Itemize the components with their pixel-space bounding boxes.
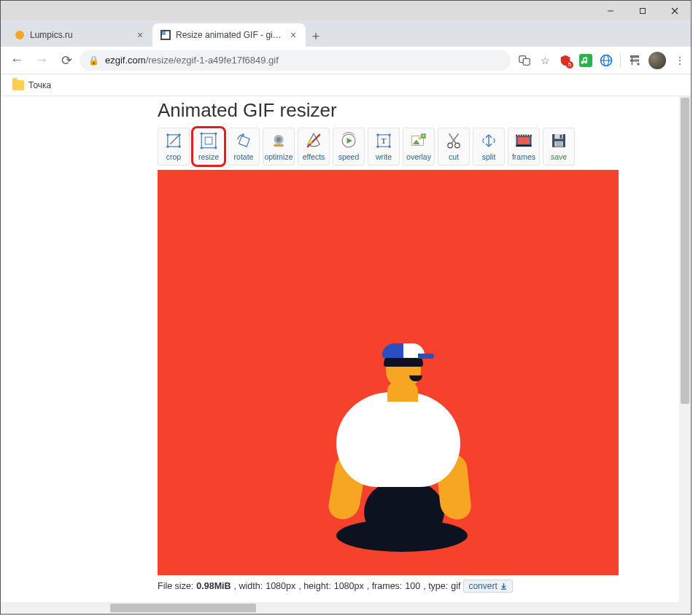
extension-music-icon[interactable] [579,54,592,67]
tab-strip: Lumpics.ru × Resize animated GIF - gif-m… [1,20,691,47]
url-input[interactable]: 🔒 ezgif.com/resize/ezgif-1-a49fe17f6849.… [80,50,511,71]
extension-globe-icon[interactable] [600,54,613,67]
save-icon [547,130,570,151]
tool-resize[interactable]: resize [193,128,225,165]
split-icon [477,130,500,151]
viewport: Animated GIF resizer crop resize rotate [1,96,691,614]
crop-icon [162,130,185,151]
svg-rect-55 [519,135,521,136]
tool-label: speed [338,152,360,161]
back-button[interactable]: ← [5,49,28,72]
tool-optimize[interactable]: optimize [263,128,295,165]
svg-marker-34 [347,138,352,144]
svg-rect-53 [516,145,531,147]
convert-button[interactable]: convert [463,580,512,593]
scrollbar-corner [679,602,691,614]
tool-label: cut [449,152,459,161]
tool-overlay[interactable]: + overlay [403,128,435,165]
svg-rect-51 [518,137,530,144]
svg-rect-56 [522,135,524,136]
effects-icon [302,130,325,151]
tool-frames[interactable]: frames [508,128,540,165]
tool-save[interactable]: save [543,128,575,165]
vertical-scrollbar[interactable] [679,96,691,602]
bookmark-folder[interactable]: Точка [8,77,55,93]
svg-rect-26 [239,136,250,147]
horizontal-scrollbar[interactable] [1,602,679,614]
resize-icon [197,130,220,151]
gif-content-illustration [307,338,475,556]
svg-marker-27 [242,133,244,136]
page-content: Animated GIF resizer crop resize rotate [1,96,679,602]
svg-rect-21 [205,137,212,144]
browser-tab-lumpics[interactable]: Lumpics.ru × [7,23,152,47]
window-titlebar [1,1,691,20]
svg-point-25 [214,147,217,149]
svg-rect-30 [274,144,284,147]
svg-rect-58 [527,135,528,136]
svg-point-23 [214,133,217,135]
svg-point-39 [376,146,379,148]
svg-point-17 [166,146,169,148]
cut-icon [442,130,465,151]
frames-icon [512,130,535,151]
window-maximize-button[interactable] [627,1,659,20]
profile-avatar[interactable] [649,52,666,69]
tool-split[interactable]: split [473,128,505,165]
svg-point-40 [389,146,391,148]
toolbar-icons: ☆ 5 ⋮ [518,52,686,69]
new-tab-button[interactable]: + [306,26,326,47]
menu-icon[interactable]: ⋮ [673,54,686,67]
scrollbar-thumb[interactable] [110,604,256,612]
svg-rect-7 [162,31,166,35]
extension-shield-icon[interactable]: 5 [559,54,572,67]
svg-rect-57 [524,135,526,136]
svg-text:+: + [422,133,425,139]
close-icon[interactable]: × [135,30,145,40]
tool-label: resize [198,152,219,161]
svg-text:T: T [382,136,387,145]
speed-icon [337,130,360,151]
browser-tab-ezgif[interactable]: Resize animated GIF - gif-man-m… × [152,23,306,47]
svg-line-19 [170,135,179,144]
reading-list-icon[interactable] [628,54,641,67]
badge-count: 5 [566,61,573,69]
forward-button[interactable]: → [30,49,53,72]
translate-icon[interactable] [518,54,531,67]
tool-write[interactable]: T write [368,128,400,165]
folder-icon [12,80,24,90]
svg-rect-1 [640,8,646,13]
bookmark-label: Точка [28,80,51,90]
file-meta: File size: 0.98MiB, width: 1080px, heigh… [158,580,679,593]
window-minimize-button[interactable] [595,1,627,20]
svg-point-38 [389,133,391,136]
close-icon[interactable]: × [288,30,298,40]
favicon-ezgif [160,29,171,41]
svg-rect-59 [529,135,530,136]
tool-label: rotate [234,152,254,161]
scrollbar-thumb[interactable] [681,98,689,404]
browser-window: Lumpics.ru × Resize animated GIF - gif-m… [0,0,692,615]
tool-crop[interactable]: crop [158,128,190,165]
svg-point-15 [166,133,169,136]
tool-label: effects [303,152,325,161]
svg-rect-62 [560,135,562,139]
svg-rect-9 [523,58,530,65]
tool-toolbar: crop resize rotate optimize [158,128,679,165]
separator [620,53,621,68]
tool-speed[interactable]: speed [333,128,365,165]
rotate-icon [232,130,255,151]
bookmarks-bar: Точка [1,74,691,96]
tool-effects[interactable]: effects [298,128,330,165]
tool-label: split [482,152,496,161]
star-icon[interactable]: ☆ [538,54,551,67]
reload-button[interactable]: ⟳ [55,49,78,72]
download-icon [500,582,508,590]
window-close-button[interactable] [659,1,691,20]
tool-cut[interactable]: cut [438,128,470,165]
svg-point-29 [276,137,282,142]
optimize-icon [267,130,290,151]
gif-preview [158,170,619,575]
svg-point-4 [15,31,24,39]
tool-rotate[interactable]: rotate [228,128,260,165]
